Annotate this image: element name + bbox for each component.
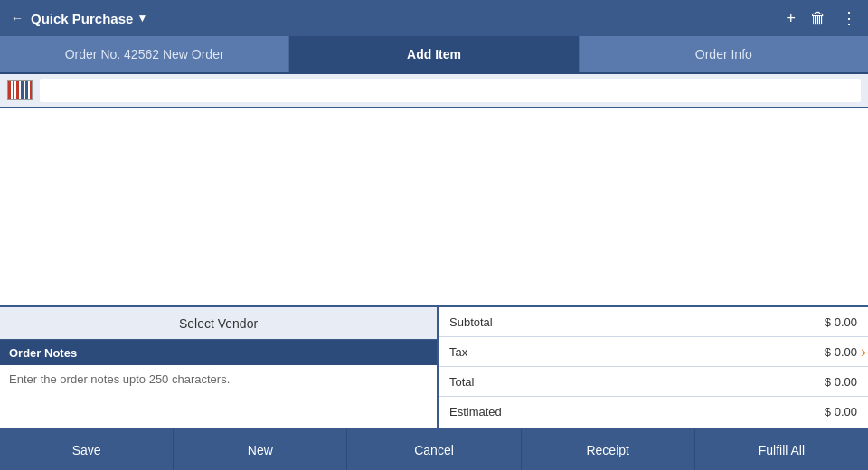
- new-button[interactable]: New: [174, 429, 347, 470]
- select-vendor-button[interactable]: Select Vendor: [0, 307, 437, 340]
- back-button[interactable]: ←: [11, 11, 24, 25]
- subtotal-value: $ 0.00: [785, 315, 857, 329]
- chevron-down-icon[interactable]: ▼: [137, 12, 147, 24]
- order-notes-body: Enter the order notes upto 250 character…: [0, 365, 437, 428]
- tax-label: Tax: [449, 345, 785, 359]
- total-label: Total: [449, 375, 785, 389]
- delete-icon[interactable]: 🗑: [810, 9, 826, 28]
- estimated-row: Estimated $ 0.00: [439, 397, 868, 427]
- right-panel: Subtotal $ 0.00 Tax $ 0.00 › Total $ 0.0…: [439, 307, 868, 428]
- search-bar: [0, 74, 868, 108]
- tab-order[interactable]: Order No. 42562 New Order: [0, 36, 289, 72]
- left-panel: Select Vendor Order Notes Enter the orde…: [0, 307, 439, 428]
- receipt-button[interactable]: Receipt: [522, 429, 695, 470]
- top-actions: + 🗑 ⋮: [786, 8, 857, 28]
- tax-arrow-icon[interactable]: ›: [861, 343, 866, 362]
- tax-row: Tax $ 0.00 ›: [439, 337, 868, 367]
- top-bar: ← Quick Purchase ▼ + 🗑 ⋮: [0, 0, 868, 36]
- fulfill-all-button[interactable]: Fulfill All: [695, 429, 868, 470]
- save-button[interactable]: Save: [0, 429, 174, 470]
- order-notes-header: Order Notes: [0, 340, 437, 365]
- add-icon[interactable]: +: [786, 9, 796, 28]
- footer: Save New Cancel Receipt Fulfill All: [0, 429, 868, 470]
- search-input[interactable]: [40, 79, 861, 102]
- subtotal-row: Subtotal $ 0.00: [439, 307, 868, 337]
- estimated-label: Estimated: [449, 405, 785, 418]
- tab-bar: Order No. 42562 New Order Add Item Order…: [0, 36, 868, 74]
- tax-value: $ 0.00: [785, 345, 857, 359]
- app-title: Quick Purchase: [31, 11, 133, 26]
- more-icon[interactable]: ⋮: [841, 8, 857, 28]
- item-list-area: [0, 108, 868, 307]
- estimated-value: $ 0.00: [785, 405, 857, 418]
- back-arrow-icon: ←: [11, 11, 24, 25]
- total-row: Total $ 0.00: [439, 367, 868, 397]
- barcode-icon: [7, 80, 33, 100]
- title-area: Quick Purchase ▼: [31, 11, 786, 26]
- total-value: $ 0.00: [785, 375, 857, 389]
- bottom-section: Select Vendor Order Notes Enter the orde…: [0, 307, 868, 429]
- cancel-button[interactable]: Cancel: [347, 429, 521, 470]
- subtotal-label: Subtotal: [449, 315, 785, 329]
- tab-add-item[interactable]: Add Item: [289, 36, 579, 72]
- tab-order-info[interactable]: Order Info: [580, 36, 868, 72]
